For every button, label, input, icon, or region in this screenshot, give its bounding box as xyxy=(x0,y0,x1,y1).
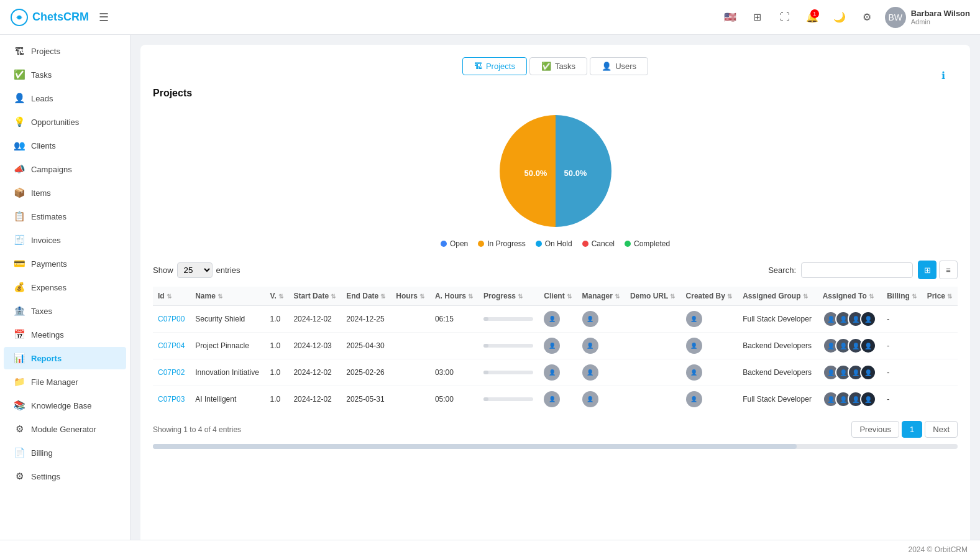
cell-id[interactable]: C07P04 xyxy=(153,333,190,359)
col-billing[interactable]: Billing⇅ xyxy=(882,287,922,306)
col-created-by[interactable]: Created By⇅ xyxy=(681,287,738,306)
col-end-date[interactable]: End Date⇅ xyxy=(341,287,391,306)
cell-id[interactable]: C07P03 xyxy=(153,386,190,413)
col-assigned-group[interactable]: Assigned Group⇅ xyxy=(738,287,818,306)
sidebar-label: Taxes xyxy=(31,307,52,316)
info-icon[interactable]: ℹ xyxy=(941,70,945,81)
col-price[interactable]: Price⇅ xyxy=(922,287,958,306)
sidebar-item-tasks[interactable]: ✅Tasks xyxy=(4,63,126,86)
cell-progress xyxy=(479,386,539,413)
sidebar-label: Invoices xyxy=(31,236,61,245)
sidebar-item-campaigns[interactable]: 📣Campaigns xyxy=(4,158,126,180)
cell-assigned-to: 👤 👤 👤 👤 xyxy=(818,333,882,359)
col-progress[interactable]: Progress⇅ xyxy=(479,287,539,306)
sidebar-item-billing[interactable]: 📄Billing xyxy=(4,441,126,464)
cell-demo-url xyxy=(625,359,681,386)
tab-tasks[interactable]: ✅Tasks xyxy=(529,57,587,75)
sort-icon: ⇅ xyxy=(380,293,385,300)
avatar: 👤 xyxy=(582,338,598,354)
previous-button[interactable]: Previous xyxy=(851,421,899,438)
projects-tab-icon: 🏗 xyxy=(474,62,482,71)
tab-users[interactable]: 👤Users xyxy=(590,57,648,75)
sidebar-item-meetings[interactable]: 📅Meetings xyxy=(4,323,126,346)
avatar: 👤 xyxy=(544,311,560,327)
sidebar-item-items[interactable]: 📦Items xyxy=(4,182,126,204)
sidebar-item-expenses[interactable]: 💰Expenses xyxy=(4,276,126,298)
fullscreen-icon[interactable]: ⛶ xyxy=(776,8,794,27)
cell-client: 👤 xyxy=(539,333,577,359)
logo[interactable]: ChetsCRM xyxy=(10,8,89,27)
avatar: 👤 xyxy=(686,338,702,354)
list-view-button[interactable]: ≡ xyxy=(939,261,958,279)
cell-hours xyxy=(391,359,430,386)
sidebar-item-knowledge-base[interactable]: 📚Knowledge Base xyxy=(4,394,126,417)
payments-icon: 💳 xyxy=(14,258,25,269)
cell-demo-url xyxy=(625,306,681,333)
sidebar-item-invoices[interactable]: 🧾Invoices xyxy=(4,229,126,251)
topnav-left: ChetsCRM ☰ xyxy=(10,8,109,27)
grid-icon[interactable]: ⊞ xyxy=(748,8,767,27)
col-hours[interactable]: Hours⇅ xyxy=(391,287,430,306)
user-area[interactable]: BW Barbara Wilson Admin xyxy=(885,7,970,28)
projects-table: Id⇅Name⇅V.⇅Start Date⇅End Date⇅Hours⇅A. … xyxy=(153,287,958,412)
sidebar-label: Expenses xyxy=(31,283,66,292)
avatar-group: 👤 👤 👤 👤 xyxy=(823,338,877,354)
sidebar-item-projects[interactable]: 🏗Projects xyxy=(4,40,126,62)
sidebar-item-leads[interactable]: 👤Leads xyxy=(4,87,126,109)
entries-label: entries xyxy=(216,266,240,275)
logo-icon xyxy=(10,8,29,27)
sidebar-item-estimates[interactable]: 📋Estimates xyxy=(4,205,126,228)
cell-v: 1.0 xyxy=(265,386,289,413)
sidebar-item-file-manager[interactable]: 📁File Manager xyxy=(4,371,126,393)
grid-view-button[interactable]: ⊞ xyxy=(918,261,936,279)
sidebar-item-payments[interactable]: 💳Payments xyxy=(4,252,126,275)
sidebar-label: Reports xyxy=(31,354,62,363)
sidebar-item-opportunities[interactable]: 💡Opportunities xyxy=(4,111,126,133)
settings-icon[interactable]: ⚙ xyxy=(858,8,876,27)
sort-icon: ⇅ xyxy=(518,293,523,300)
sidebar-label: Opportunities xyxy=(31,118,79,127)
hamburger-icon[interactable]: ☰ xyxy=(99,11,109,24)
col-name[interactable]: Name⇅ xyxy=(190,287,265,306)
entries-select[interactable]: 102550100 xyxy=(177,262,213,278)
next-button[interactable]: Next xyxy=(925,421,958,438)
page-1-button[interactable]: 1 xyxy=(902,421,922,438)
col-demo-url[interactable]: Demo URL⇅ xyxy=(625,287,681,306)
cell-start-date: 2024-12-02 xyxy=(288,306,341,333)
avatar: 👤 xyxy=(686,311,702,327)
avatar: 👤 xyxy=(686,391,702,407)
avatar: 👤 xyxy=(860,311,876,327)
tab-projects[interactable]: 🏗Projects xyxy=(462,57,527,75)
col-start-date[interactable]: Start Date⇅ xyxy=(288,287,341,306)
cell-id[interactable]: C07P00 xyxy=(153,306,190,333)
sidebar-item-module-generator[interactable]: ⚙Module Generator xyxy=(4,418,126,440)
flag-icon[interactable]: 🇺🇸 xyxy=(721,8,740,27)
col-id[interactable]: Id⇅ xyxy=(153,287,190,306)
items-icon: 📦 xyxy=(14,187,25,198)
cell-progress xyxy=(479,359,539,386)
sidebar-item-reports[interactable]: 📊Reports xyxy=(4,347,126,369)
darkmode-icon[interactable]: 🌙 xyxy=(830,8,849,27)
module-generator-icon: ⚙ xyxy=(14,423,25,435)
sort-icon: ⇅ xyxy=(670,293,675,300)
sort-icon: ⇅ xyxy=(727,293,732,300)
col-manager[interactable]: Manager⇅ xyxy=(577,287,625,306)
search-input[interactable] xyxy=(801,262,913,278)
cell-created-by: 👤 xyxy=(681,333,738,359)
sidebar-item-taxes[interactable]: 🏦Taxes xyxy=(4,300,126,322)
scroll-bar[interactable] xyxy=(153,444,958,449)
cell-id[interactable]: C07P02 xyxy=(153,359,190,386)
cell-a-hours: 03:00 xyxy=(430,359,479,386)
col-v-[interactable]: V.⇅ xyxy=(265,287,289,306)
notification-icon[interactable]: 🔔 1 xyxy=(803,8,822,27)
legend: OpenIn ProgressOn HoldCancelCompleted xyxy=(441,239,670,248)
sidebar-item-settings[interactable]: ⚙Settings xyxy=(4,465,126,487)
col-client[interactable]: Client⇅ xyxy=(539,287,577,306)
col-a--hours[interactable]: A. Hours⇅ xyxy=(430,287,479,306)
svg-point-1 xyxy=(17,16,21,19)
file-manager-icon: 📁 xyxy=(14,376,25,387)
col-assigned-to[interactable]: Assigned To⇅ xyxy=(818,287,882,306)
cell-billing: - xyxy=(882,306,922,333)
sidebar-item-clients[interactable]: 👥Clients xyxy=(4,134,126,157)
meetings-icon: 📅 xyxy=(14,329,25,340)
